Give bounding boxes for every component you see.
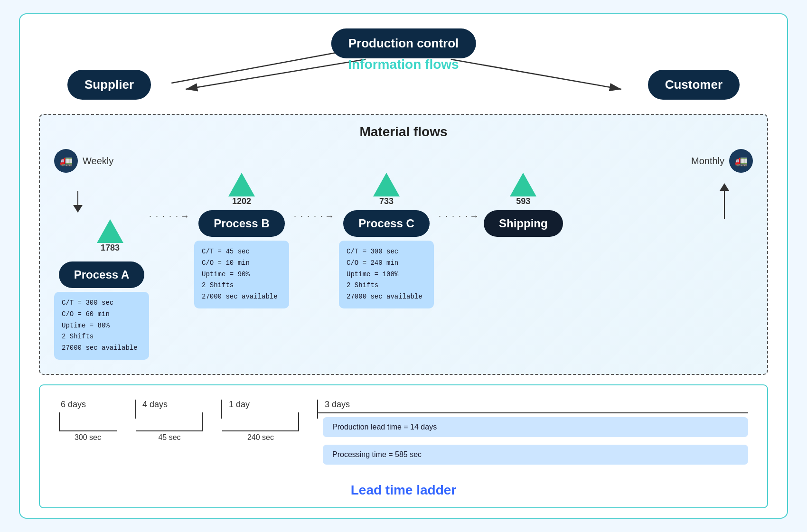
info-flows-label: Information flows [348, 57, 459, 72]
inventory-triangle-c [510, 173, 536, 196]
step2-sec: 45 sec [158, 433, 180, 442]
lead-time-section: 6 days 300 sec 4 days [39, 384, 768, 508]
process-a-block: Process A C/T = 300 sec C/O = 60 min Upt… [54, 261, 149, 360]
main-container: Supplier Production control Customer Inf… [19, 13, 788, 519]
step1-sec: 300 sec [75, 433, 101, 442]
monthly-label-row: Monthly 🚛 [691, 149, 753, 173]
truck-icon-weekly: 🚛 [54, 149, 78, 173]
shipping-pill: Shipping [484, 210, 563, 237]
shipping-block: Shipping [484, 210, 563, 237]
step4-days: 3 days [323, 400, 748, 410]
mf-left: 🚛 Weekly 1783 Process A [54, 149, 149, 360]
step1-days: 6 days [59, 400, 135, 410]
weekly-text: Weekly [83, 156, 113, 167]
process-c-pill: Process C [343, 210, 429, 237]
summary-processing-time: Processing time = 585 sec [323, 445, 748, 465]
process-c-block: Process C C/T = 300 sec C/O = 240 min Up… [339, 210, 434, 308]
production-control-label: Production control [348, 36, 459, 51]
mf-center: · · · · · → 1202 Process B [149, 149, 658, 308]
svg-line-3 [171, 50, 351, 83]
process-b-block: Process B C/T = 45 sec C/O = 10 min Upti… [194, 210, 289, 308]
step3-sec: 240 sec [247, 433, 274, 442]
supplier-pill: Supplier [67, 70, 151, 100]
process-c-info: C/T = 300 sec C/O = 240 min Uptime = 100… [339, 241, 434, 308]
material-flows-row: 🚛 Weekly 1783 Process A [54, 149, 753, 360]
monthly-text: Monthly [691, 156, 724, 167]
step3-days: 1 day [227, 400, 317, 410]
truck-icon-monthly: 🚛 [729, 149, 753, 173]
weekly-label: 🚛 Weekly [54, 149, 113, 173]
material-flows-section: Material flows 🚛 Weekly 1783 [39, 114, 768, 375]
inventory-number-a: 1202 [232, 196, 251, 206]
process-b-pill: Process B [198, 210, 284, 237]
inventory-number-c: 593 [516, 196, 530, 206]
customer-pill: Customer [648, 70, 740, 100]
svg-line-4 [451, 59, 621, 89]
step2-days: 4 days [141, 400, 221, 410]
summary-lead-time: Production lead time = 14 days [323, 417, 748, 437]
inventory-number-b: 733 [379, 196, 394, 206]
process-a-pill: Process A [59, 261, 145, 288]
process-b-info: C/T = 45 sec C/O = 10 min Uptime = 90% 2… [194, 241, 289, 308]
mf-right: Monthly 🚛 [658, 149, 753, 219]
inventory-triangle-b [373, 173, 400, 196]
inventory-number-top: 1783 [101, 243, 120, 253]
material-flows-label: Material flows [54, 124, 753, 140]
customer-label: Customer [665, 77, 723, 92]
info-flows-section: Supplier Production control Customer Inf… [39, 28, 768, 109]
supplier-label: Supplier [84, 77, 134, 92]
process-a-info: C/T = 300 sec C/O = 60 min Uptime = 80% … [54, 292, 149, 360]
inventory-triangle-top [97, 219, 123, 243]
inventory-triangle-a [228, 173, 255, 196]
lead-time-label: Lead time ladder [59, 483, 748, 498]
svg-line-2 [186, 59, 366, 89]
production-control-pill: Production control [331, 28, 476, 58]
